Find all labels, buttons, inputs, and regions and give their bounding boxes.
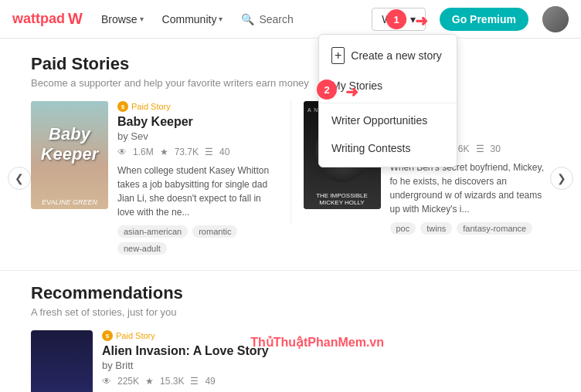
rec-paid-badge-1: $ Paid Story	[102, 330, 550, 341]
new-story-icon: +	[331, 47, 345, 64]
tag-1b[interactable]: romantic	[192, 225, 237, 238]
paid-stories-subtitle: Become a supporter and help your favorit…	[31, 77, 550, 89]
prev-arrow-button[interactable]: ❮	[8, 167, 31, 190]
step1-bubble: 1	[386, 9, 406, 29]
logo-text: wattpad	[12, 11, 65, 27]
logo-w-icon: W	[68, 10, 83, 28]
arrow1-icon: ➜	[415, 12, 428, 30]
story-cover-1[interactable]: Baby Keeper EVALINE GREEN	[31, 101, 108, 209]
recommendations-title: Recommendations	[31, 283, 550, 303]
write-dropdown: 2 ➜ + Create a new story My Stories Writ…	[318, 34, 457, 167]
avatar-image	[542, 6, 569, 32]
story-cards-wrapper: Baby Keeper EVALINE GREEN $ Paid Story B…	[31, 101, 550, 255]
chapters-1: 40	[219, 147, 229, 157]
list-icon-1: ☰	[205, 147, 213, 157]
story-info-1: $ Paid Story Baby Keeper by Sev 👁 1.6M ★…	[117, 101, 278, 255]
search-icon: 🔍	[241, 13, 254, 25]
stories-divider	[290, 101, 291, 225]
story-tags-2: poc twins fantasy-romance	[390, 222, 551, 235]
dropdown-divider	[319, 103, 457, 103]
tag-1c[interactable]: new-adult	[117, 242, 167, 255]
chapters-2: 30	[491, 144, 501, 154]
chevron-left-icon: ❮	[15, 172, 24, 184]
chevron-right-icon: ❯	[557, 172, 566, 184]
rec-cover-1[interactable]	[31, 330, 93, 392]
community-button[interactable]: Community ▾	[156, 10, 229, 29]
avatar-button[interactable]	[542, 6, 569, 32]
rec-views: 225K	[117, 376, 139, 387]
rec-stats-1: 👁 225K ★ 15.3K ☰ 49	[102, 376, 550, 387]
cover-baby-author: EVALINE GREEN	[34, 198, 105, 206]
views-1: 1.6M	[133, 147, 154, 157]
list-icon-2: ☰	[476, 144, 484, 154]
recommendations-section: Recommendations A fresh set of stories, …	[0, 270, 581, 392]
story-author-1: by Sev	[117, 130, 278, 142]
story-card-1: Baby Keeper EVALINE GREEN $ Paid Story B…	[31, 101, 278, 255]
step2-bubble: 2	[317, 79, 337, 100]
story-desc-1: When college student Kasey Whitton takes…	[117, 164, 278, 219]
eye-icon-1: 👁	[117, 147, 127, 157]
rec-coin-icon: $	[102, 330, 113, 341]
browse-chevron-icon: ▾	[140, 15, 144, 23]
search-label: Search	[259, 13, 293, 25]
rec-chapters: 49	[205, 376, 215, 387]
my-stories-item[interactable]: My Stories	[319, 72, 457, 100]
create-new-story-item[interactable]: + Create a new story	[319, 39, 457, 72]
writing-contests-item[interactable]: Writing Contests	[319, 134, 457, 162]
rec-author-1: by Britt	[102, 360, 550, 371]
tag-2c[interactable]: fantasy-romance	[457, 222, 532, 235]
next-arrow-button[interactable]: ❯	[550, 167, 573, 190]
story-desc-2: When Ben's secret boyfriend, Mickey, fo …	[390, 161, 551, 216]
paid-stories-section: Paid Stories Become a supporter and help…	[31, 54, 550, 255]
tag-1a[interactable]: asian-american	[117, 225, 188, 238]
browse-button[interactable]: Browse ▾	[95, 10, 150, 29]
stars-1: 73.7K	[175, 147, 199, 157]
rec-title-1[interactable]: Alien Invasion: A Love Story	[102, 344, 550, 358]
rec-star-icon: ★	[145, 376, 154, 387]
search-area[interactable]: 🔍 Search	[235, 10, 299, 29]
recommendations-subtitle: A fresh set of stories, just for you	[31, 306, 550, 318]
tag-2b[interactable]: twins	[420, 222, 452, 235]
rec-list-icon: ☰	[190, 376, 199, 387]
paid-badge-1: $ Paid Story	[117, 101, 278, 112]
paid-stories-title: Paid Stories	[31, 54, 550, 74]
logo: wattpad W	[12, 10, 83, 28]
story-title-1[interactable]: Baby Keeper	[117, 115, 278, 129]
navbar: wattpad W Browse ▾ Community ▾ 🔍 Search …	[0, 0, 581, 39]
story-stats-1: 👁 1.6M ★ 73.7K ☰ 40	[117, 147, 278, 157]
cover-mickey-title: THE IMPOSSIBLEMICKEY HOLLY	[307, 192, 378, 206]
main-content: Paid Stories Become a supporter and help…	[0, 39, 581, 270]
arrow2-icon: ➜	[345, 83, 358, 101]
go-premium-button[interactable]: Go Premium	[440, 8, 528, 31]
writer-opportunities-item[interactable]: Writer Opportunities	[319, 106, 457, 134]
community-chevron-icon: ▾	[219, 15, 223, 23]
stories-row: ❮ Baby Keeper EVALINE GREEN $ Paid Story	[31, 101, 550, 255]
rec-info-1: $ Paid Story Alien Invasion: A Love Stor…	[102, 330, 550, 392]
rec-card-1: $ Paid Story Alien Invasion: A Love Stor…	[31, 330, 550, 392]
rec-eye-icon: 👁	[102, 376, 111, 387]
story-tags-1: asian-american romantic new-adult	[117, 225, 278, 255]
paid-coin-icon-1: $	[117, 101, 128, 112]
rec-stars: 15.3K	[160, 376, 184, 387]
star-icon-1: ★	[160, 147, 168, 157]
tag-2a[interactable]: poc	[390, 222, 416, 235]
